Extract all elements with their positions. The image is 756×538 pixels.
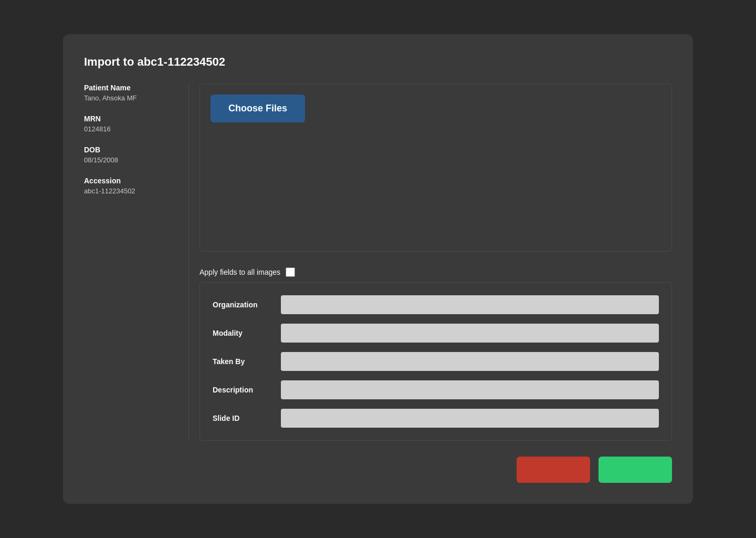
- slide-id-row: Slide ID: [213, 409, 659, 428]
- organization-row: Organization: [213, 295, 659, 314]
- organization-input[interactable]: [281, 295, 659, 314]
- main-content: Choose Files Apply fields to all images …: [200, 84, 672, 441]
- taken-by-label: Taken By: [213, 357, 281, 366]
- import-modal: Import to abc1-112234502 Patient Name Ta…: [63, 34, 693, 504]
- mrn-field: MRN 0124816: [84, 115, 178, 133]
- modality-label: Modality: [213, 329, 281, 337]
- apply-fields-checkbox[interactable]: [286, 267, 295, 277]
- form-section: Organization Modality Taken By Descripti…: [200, 282, 672, 441]
- apply-fields-label: Apply fields to all images: [200, 268, 280, 276]
- slide-id-input[interactable]: [281, 409, 659, 428]
- accession-value: abc1-112234502: [84, 187, 178, 195]
- patient-name-value: Tano, Ahsoka MF: [84, 94, 178, 102]
- organization-label: Organization: [213, 301, 281, 309]
- description-row: Description: [213, 380, 659, 399]
- apply-fields-row: Apply fields to all images: [200, 262, 672, 277]
- mrn-value: 0124816: [84, 125, 178, 133]
- choose-files-button[interactable]: Choose Files: [211, 95, 305, 122]
- description-label: Description: [213, 386, 281, 394]
- modality-input[interactable]: [281, 324, 659, 343]
- confirm-button[interactable]: [598, 457, 672, 483]
- modal-body: Patient Name Tano, Ahsoka MF MRN 0124816…: [84, 84, 672, 441]
- dob-field: DOB 08/15/2008: [84, 146, 178, 164]
- description-input[interactable]: [281, 380, 659, 399]
- dob-label: DOB: [84, 146, 178, 154]
- dob-value: 08/15/2008: [84, 156, 178, 164]
- taken-by-input[interactable]: [281, 352, 659, 371]
- patient-name-field: Patient Name Tano, Ahsoka MF: [84, 84, 178, 102]
- modal-title: Import to abc1-112234502: [84, 55, 672, 69]
- accession-label: Accession: [84, 177, 178, 185]
- accession-field: Accession abc1-112234502: [84, 177, 178, 195]
- taken-by-row: Taken By: [213, 352, 659, 371]
- patient-info-sidebar: Patient Name Tano, Ahsoka MF MRN 0124816…: [84, 84, 189, 441]
- modal-footer: [84, 457, 672, 483]
- patient-name-label: Patient Name: [84, 84, 178, 92]
- mrn-label: MRN: [84, 115, 178, 123]
- cancel-button[interactable]: [517, 457, 590, 483]
- file-drop-zone: Choose Files: [200, 84, 672, 252]
- slide-id-label: Slide ID: [213, 414, 281, 422]
- modality-row: Modality: [213, 324, 659, 343]
